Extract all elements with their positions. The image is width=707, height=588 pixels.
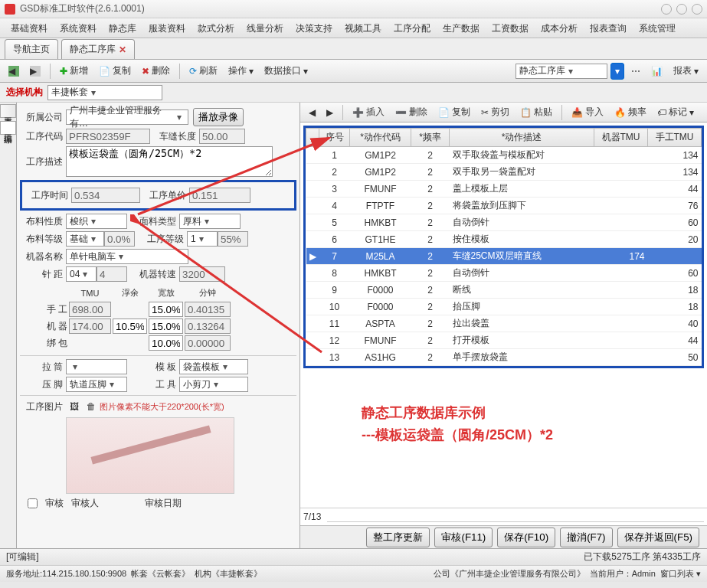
lib-combo[interactable]: 静态工序库▾ [516, 64, 607, 79]
edit-status: [可编辑] [6, 550, 39, 564]
audit-button[interactable]: 审核(F11) [434, 528, 493, 547]
refresh-button[interactable]: ⟳刷新 [185, 62, 221, 80]
delete-button[interactable]: ✖删除 [138, 62, 174, 80]
company-combo[interactable]: 广州丰捷企业管理服务有…▾ [66, 109, 188, 125]
save-button[interactable]: 保存(F10) [497, 528, 555, 547]
table-row[interactable]: 5HMKBT2自动倒针60 [306, 214, 702, 231]
window-list-menu[interactable]: 窗口列表 ▾ [660, 568, 701, 580]
process-image [66, 417, 234, 494]
annotation: 静态工序数据库示例 ---模板运袋盖（圆角/25CM）*2 [300, 371, 707, 446]
table-row[interactable]: 10F00002抬压脚18 [306, 299, 702, 315]
copy-button[interactable]: 📄复制 [95, 62, 135, 80]
table-row[interactable]: 11ASPTA2拉出袋盖40 [306, 315, 702, 332]
table-row[interactable]: 9F00002断线18 [306, 282, 702, 299]
machine-combo[interactable]: 单针电脑车▾ [66, 249, 188, 264]
code-input [66, 129, 150, 144]
operation-menu[interactable]: 操作 ▾ [224, 62, 257, 80]
app-icon [5, 4, 15, 15]
new-button[interactable]: ✚新增 [56, 62, 92, 80]
close-button[interactable] [692, 4, 702, 15]
paste-button[interactable]: 📋粘贴 [516, 103, 556, 121]
menu-系统管理[interactable]: 系统管理 [633, 18, 682, 38]
menu-报表查询[interactable]: 报表查询 [584, 18, 633, 38]
menu-决策支持[interactable]: 决策支持 [290, 18, 339, 38]
facetype-combo[interactable]: 厚料▾ [179, 214, 241, 229]
menu-服装资料[interactable]: 服装资料 [142, 18, 191, 38]
foot-combo[interactable]: 轨道压脚▾ [66, 377, 127, 392]
table-row[interactable]: 12FMUNF2打开模板44 [306, 332, 702, 349]
r-delete-button[interactable]: ➖删除 [391, 103, 431, 121]
select-org-label: 选择机构 [6, 86, 43, 99]
org-combo[interactable]: 丰捷帐套▾ [47, 85, 162, 100]
menu-线量分析[interactable]: 线量分析 [241, 18, 290, 38]
table-row[interactable]: 4FTPTF2将袋盖放到压脚下76 [306, 198, 702, 214]
menu-工资数据[interactable]: 工资数据 [486, 18, 535, 38]
seam-length-input [199, 129, 245, 144]
table-row[interactable]: 3FMUNF2盖上模板上层44 [306, 181, 702, 198]
table-row[interactable]: 8HMKBT2自动倒针60 [306, 265, 702, 282]
nav-fwd-button[interactable]: ▶ [26, 64, 44, 79]
import-button[interactable]: 📥导入 [568, 103, 607, 121]
menu-系统资料[interactable]: 系统资料 [54, 18, 103, 38]
sidetab-edit[interactable]: 工序编辑 [0, 121, 16, 135]
table-row[interactable]: 6GT1HE2按住模板20 [306, 231, 702, 248]
maximize-button[interactable] [676, 4, 687, 15]
tmu-table: TMU浮余宽放分钟 手 工 机 器 绑 包 [20, 284, 232, 352]
grid-opts-button[interactable]: ⋯ [627, 64, 644, 79]
tool-combo[interactable]: 小剪刀▾ [179, 377, 248, 392]
close-icon[interactable]: ✕ [119, 44, 126, 55]
needle-combo[interactable]: 04▾ [66, 266, 97, 282]
freq-button[interactable]: 🔥频率 [610, 103, 650, 121]
page-indicator: 7/13 [303, 511, 321, 522]
insert-button[interactable]: ➕插入 [349, 103, 388, 121]
menu-款式分析[interactable]: 款式分析 [191, 18, 241, 38]
search-button[interactable]: ▾ [610, 63, 624, 80]
time-input [71, 188, 140, 203]
chart-button[interactable]: 📊 [647, 64, 666, 79]
table-row[interactable]: 13AS1HG2单手摆放袋盖50 [306, 349, 702, 366]
fabric-combo[interactable]: 梭织▾ [66, 214, 127, 229]
menu-工序分配[interactable]: 工序分配 [388, 18, 437, 38]
template-combo[interactable]: 袋盖模板▾ [179, 359, 248, 374]
play-record-button[interactable]: 播放录像 [193, 108, 244, 126]
desc-input[interactable] [66, 146, 273, 177]
report-menu[interactable]: 报表 ▾ [669, 62, 702, 80]
tab-nav-home[interactable]: 导航主页 [5, 39, 58, 59]
r-copy-button[interactable]: 📄复制 [434, 103, 474, 121]
audit-checkbox[interactable] [28, 498, 38, 508]
table-row[interactable]: ▶7M25LA2车缝25CM双层暗直线174 [306, 248, 702, 265]
data-api-menu[interactable]: 数据接口 ▾ [260, 62, 312, 80]
proc-level-combo[interactable]: 1▾ [187, 231, 218, 247]
mark-button[interactable]: 🏷标记 ▾ [653, 103, 698, 121]
r-nav-back[interactable]: ◀ [305, 105, 319, 120]
save-return-button[interactable]: 保存并返回(F5) [617, 528, 699, 547]
add-image-button[interactable]: 🖼 [66, 399, 83, 414]
update-all-button[interactable]: 整工序更新 [366, 528, 430, 547]
menu-视频工具[interactable]: 视频工具 [339, 18, 388, 38]
level-combo[interactable]: 基础▾ [66, 231, 104, 247]
minimize-button[interactable] [661, 4, 672, 15]
clear-image-button[interactable]: 🗑 [83, 399, 100, 414]
tab-static-lib[interactable]: 静态工序库✕ [61, 39, 135, 59]
menu-成本分析[interactable]: 成本分析 [535, 18, 584, 38]
nav-back-button[interactable]: ◀ [5, 64, 23, 79]
r-nav-fwd[interactable]: ▶ [322, 105, 337, 120]
window-title: GSD标准工时软件(2.6.1.0001) [20, 2, 661, 15]
menu-静态库[interactable]: 静态库 [103, 18, 142, 38]
cut-button[interactable]: ✂剪切 [477, 103, 513, 121]
table-row[interactable]: 1GM1P22双手取袋盖与模板配对134 [306, 147, 702, 164]
sidetab-view[interactable]: 查看工序 [0, 104, 16, 118]
cancel-button[interactable]: 撤消(F7) [560, 528, 612, 547]
price-input [189, 188, 250, 203]
menu-基础资料[interactable]: 基础资料 [5, 18, 54, 38]
drum-combo[interactable]: ▾ [66, 359, 127, 374]
download-status: 已下载5275工序 第4335工序 [584, 550, 701, 564]
table-row[interactable]: 2GM1P22双手取另一袋盖配对134 [306, 164, 702, 181]
action-grid[interactable]: 序号 *动作代码 *频率 *动作描述 机器TMU 手工TMU 1GM1P22双手… [306, 128, 702, 366]
menu-生产数据[interactable]: 生产数据 [437, 18, 486, 38]
